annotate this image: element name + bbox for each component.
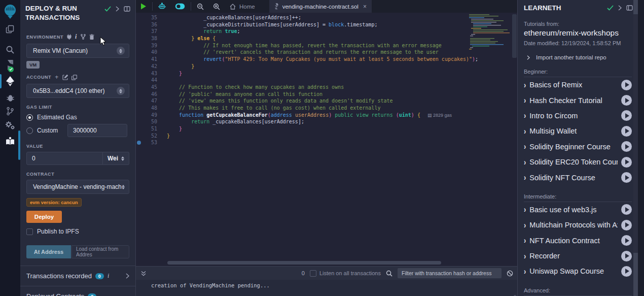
- code-line-53[interactable]: 53: [136, 139, 517, 146]
- learneth-scrollbar-track[interactable]: [633, 0, 638, 296]
- tutorial-item[interactable]: ›Hash Checker Tutorial: [524, 92, 632, 108]
- play-tutorial-button[interactable]: [621, 266, 632, 277]
- play-tutorial-button[interactable]: [621, 220, 632, 231]
- chevron-right-icon[interactable]: ›: [524, 251, 526, 260]
- transactions-expand-icon[interactable]: [126, 273, 129, 279]
- play-tutorial-button[interactable]: [621, 110, 632, 121]
- chevron-right-icon[interactable]: ›: [524, 157, 526, 167]
- code-line-43[interactable]: 43 }: [136, 70, 517, 77]
- chevron-right-icon[interactable]: ›: [524, 267, 526, 276]
- breakpoint-gutter[interactable]: [136, 35, 142, 42]
- breakpoint-gutter[interactable]: [136, 91, 142, 98]
- code-line-36[interactable]: 36 _cupcakeDistributionTimes[userAddress…: [136, 21, 517, 28]
- publish-ipfs-option[interactable]: Publish to IPFS: [26, 228, 129, 235]
- code-line-42[interactable]: 42 }: [136, 63, 517, 70]
- trash-icon[interactable]: [89, 34, 94, 40]
- environment-info-icon[interactable]: i: [75, 33, 77, 41]
- listen-all-transactions[interactable]: Listen on all transactions: [310, 270, 381, 277]
- deploy-button[interactable]: Deploy: [26, 211, 62, 223]
- deployed-contracts-row[interactable]: Deployed Contracts 0: [20, 286, 135, 296]
- breakpoint-gutter[interactable]: [136, 105, 142, 112]
- learneth-icon[interactable]: [0, 134, 20, 148]
- breakpoint-gutter[interactable]: [136, 139, 142, 146]
- chevron-right-icon[interactable]: ›: [524, 96, 526, 105]
- edit-icon[interactable]: [62, 75, 68, 80]
- clear-console-icon[interactable]: [507, 270, 513, 277]
- chevron-right-icon[interactable]: ›: [524, 111, 526, 120]
- debugger-icon[interactable]: [0, 91, 20, 104]
- value-unit-select[interactable]: Wei: [103, 152, 129, 165]
- transactions-info-icon[interactable]: i: [108, 272, 109, 280]
- tutorial-item[interactable]: ›Basic use of web3.js: [524, 202, 632, 217]
- chevron-right-icon[interactable]: ›: [524, 126, 526, 136]
- environment-select[interactable]: Remix VM (Cancun): [26, 44, 129, 58]
- play-tutorial-button[interactable]: [621, 157, 632, 168]
- run-script-icon[interactable]: [136, 0, 151, 13]
- close-tab-icon[interactable]: ×: [363, 3, 367, 10]
- tutorial-item[interactable]: ›NFT Auction Contract: [524, 233, 632, 248]
- copy-icon[interactable]: [71, 75, 77, 80]
- tab-file[interactable]: vending-machine-contract.sol ×: [269, 0, 372, 13]
- code-line-48[interactable]: 48 // This makes it free to call (no gas…: [136, 105, 517, 112]
- listen-checkbox[interactable]: [310, 270, 316, 277]
- terminal-filter-input[interactable]: Filter with transaction hash or address: [398, 268, 502, 278]
- panel-expand-icon[interactable]: [116, 6, 119, 12]
- terminal-output[interactable]: creation of VendingMachine pending... [v…: [136, 280, 517, 296]
- breakpoint-gutter[interactable]: [136, 49, 142, 56]
- solidity-compiler-icon[interactable]: [0, 57, 20, 73]
- learneth-expand-icon[interactable]: [618, 5, 622, 11]
- learneth-scrollbar-thumb[interactable]: [633, 14, 638, 253]
- terminal-search-icon[interactable]: [386, 270, 392, 277]
- contract-select[interactable]: VendingMachine - vending-machin: [26, 180, 129, 194]
- at-address-button[interactable]: At Address: [26, 245, 71, 258]
- ai-copilot-icon[interactable]: [154, 0, 170, 13]
- copilot-toggle-icon[interactable]: [170, 0, 190, 13]
- play-tutorial-button[interactable]: [621, 126, 632, 137]
- breakpoint-gutter[interactable]: [136, 28, 142, 35]
- play-tutorial-button[interactable]: [621, 204, 632, 215]
- play-tutorial-button[interactable]: [621, 172, 632, 183]
- estimated-gas-option[interactable]: Estimated Gas: [26, 114, 129, 121]
- breakpoint-gutter[interactable]: [136, 56, 142, 63]
- publish-ipfs-checkbox[interactable]: [26, 228, 33, 235]
- breakpoint-gutter[interactable]: [136, 21, 142, 28]
- learneth-pin-icon[interactable]: [626, 5, 633, 11]
- code-line-46[interactable]: 46 // 'public' means anyone can call thi…: [136, 91, 517, 98]
- code-line-39[interactable]: 39 // If not enough time has passed, rev…: [136, 42, 517, 49]
- play-tutorial-button[interactable]: [621, 80, 632, 90]
- code-line-52[interactable]: 52}: [136, 133, 517, 140]
- plugin-manager-icon[interactable]: [0, 119, 20, 132]
- breakpoint-gutter[interactable]: [136, 70, 142, 77]
- search-icon[interactable]: [0, 43, 20, 57]
- tab-home[interactable]: Home: [225, 0, 260, 13]
- chevron-right-icon[interactable]: ›: [524, 173, 526, 182]
- code-line-49[interactable]: 49 function getCupcakeBalanceFor(address…: [136, 112, 517, 119]
- breakpoint-gutter[interactable]: [136, 133, 142, 140]
- play-tutorial-button[interactable]: [621, 141, 632, 152]
- code-line-41[interactable]: 41 revert("HTTP 429: Too Many Cupcakes (…: [136, 56, 517, 63]
- code-line-35[interactable]: 35 _cupcakeBalances[userAddress]++;: [136, 14, 517, 21]
- tutorial-item[interactable]: ›Multichain Protocols with Axelar: [524, 217, 632, 233]
- import-tutorial-repo[interactable]: Import another tutorial repo: [524, 54, 632, 60]
- remix-logo[interactable]: [0, 3, 20, 20]
- source-control-icon[interactable]: [0, 105, 20, 117]
- chevron-right-icon[interactable]: ›: [524, 220, 526, 229]
- breakpoint-gutter[interactable]: [136, 63, 142, 70]
- code-line-45[interactable]: 45 // Function to check how many cupcake…: [136, 84, 517, 91]
- breakpoint-gutter[interactable]: [136, 97, 142, 105]
- code-editor[interactable]: 35 _cupcakeBalances[userAddress]++;36 _c…: [136, 13, 517, 266]
- zoom-out-icon[interactable]: [192, 0, 208, 13]
- custom-gas-radio[interactable]: [26, 127, 33, 134]
- code-line-47[interactable]: 47 // 'view' means this function only re…: [136, 97, 517, 105]
- breakpoint-gutter[interactable]: [136, 14, 142, 21]
- zoom-in-icon[interactable]: [208, 0, 225, 13]
- play-tutorial-button[interactable]: [621, 235, 632, 246]
- terminal-expand-icon[interactable]: [141, 271, 146, 276]
- tutorial-item[interactable]: ›Solidity NFT Course: [524, 170, 632, 185]
- chevron-right-icon[interactable]: ›: [524, 236, 526, 245]
- custom-gas-input[interactable]: 3000000: [67, 124, 127, 137]
- tutorial-item[interactable]: ›Solidity Beginner Course: [524, 139, 632, 154]
- editor-horizontal-scrollbar[interactable]: [167, 261, 441, 265]
- code-line-37[interactable]: 37 return true;: [136, 28, 517, 35]
- play-tutorial-button[interactable]: [621, 95, 632, 106]
